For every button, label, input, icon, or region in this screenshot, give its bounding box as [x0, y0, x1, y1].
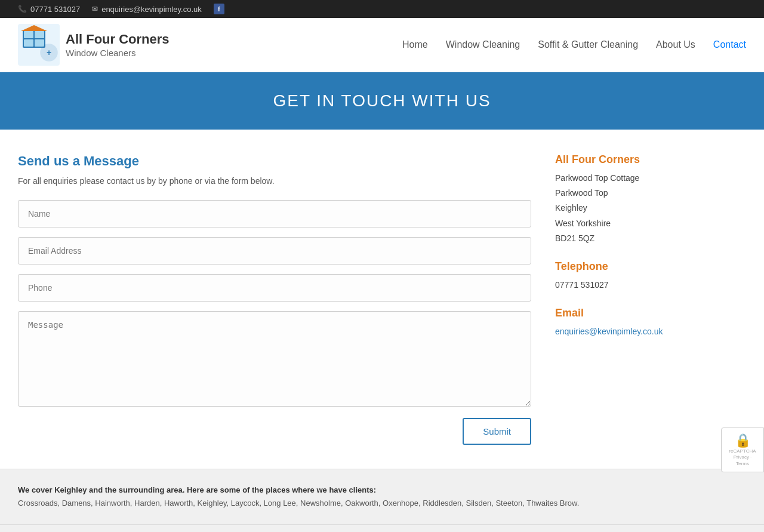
email-address: enquiries@kevinpimley.co.uk: [555, 324, 746, 339]
form-section: Send us a Message For all enquiries plea…: [18, 153, 531, 445]
email-input[interactable]: [18, 237, 531, 265]
svg-rect-3: [35, 31, 44, 38]
logo-text: All Four Corners Window Cleaners: [66, 32, 170, 57]
svg-rect-2: [24, 31, 33, 38]
header: + All Four Corners Window Cleaners Home …: [0, 18, 764, 72]
company-heading: All Four Corners: [555, 153, 746, 166]
svg-rect-5: [35, 39, 44, 47]
coverage-text: We cover Keighley and the surrounding ar…: [18, 484, 746, 510]
email-block: Email enquiries@kevinpimley.co.uk: [555, 307, 746, 339]
telephone-heading: Telephone: [555, 260, 746, 273]
name-field-group: [18, 200, 531, 227]
submit-button[interactable]: Submit: [463, 418, 531, 445]
svg-text:+: +: [47, 48, 51, 57]
main-content: Send us a Message For all enquiries plea…: [0, 130, 764, 469]
email-heading: Email: [555, 307, 746, 319]
top-bar: 07771 531027 enquiries@kevinpimley.co.uk…: [0, 0, 764, 18]
form-heading: Send us a Message: [18, 153, 531, 169]
nav-window-cleaning[interactable]: Window Cleaning: [446, 39, 520, 50]
nav-contact[interactable]: Contact: [713, 39, 746, 50]
footer-coverage: We cover Keighley and the surrounding ar…: [0, 469, 764, 524]
logo-area: + All Four Corners Window Cleaners: [18, 24, 170, 66]
phone-text: 07771 531027: [30, 5, 80, 14]
nav-about-us[interactable]: About Us: [656, 39, 695, 50]
coverage-bold: We cover Keighley and the surrounding ar…: [18, 485, 376, 494]
email-link[interactable]: enquiries@kevinpimley.co.uk: [555, 327, 663, 336]
top-bar-facebook[interactable]: f: [214, 4, 224, 14]
name-input[interactable]: [18, 200, 531, 227]
recaptcha-badge: 🔒 reCAPTCHAPrivacy · Terms: [721, 428, 764, 472]
nav-home[interactable]: Home: [402, 39, 428, 50]
addr-line4: West Yorkshire: [555, 219, 611, 228]
email-field-group: [18, 237, 531, 265]
phone-input[interactable]: [18, 274, 531, 302]
footer-bottom: © All Four Corners (Kevin Pimley) | Web …: [0, 524, 764, 532]
logo-line1: All Four Corners: [66, 32, 170, 47]
nav-soffit-gutter[interactable]: Soffit & Gutter Cleaning: [538, 39, 638, 50]
hero-banner: GET IN TOUCH WITH US: [0, 72, 764, 130]
submit-row: Submit: [18, 418, 531, 445]
main-nav: Home Window Cleaning Soffit & Gutter Cle…: [402, 39, 746, 50]
form-description: For all enquiries please contact us by b…: [18, 176, 531, 186]
logo-icon: +: [18, 24, 60, 66]
top-bar-email[interactable]: enquiries@kevinpimley.co.uk: [92, 5, 202, 14]
info-section: All Four Corners Parkwood Top Cottage Pa…: [555, 153, 746, 445]
message-field-group: [18, 311, 531, 408]
addr-line5: BD21 5QZ: [555, 233, 594, 243]
recaptcha-logo: 🔒: [728, 433, 757, 448]
top-bar-phone: 07771 531027: [18, 5, 80, 14]
phone-field-group: [18, 274, 531, 302]
svg-rect-4: [24, 39, 33, 47]
address-block: All Four Corners Parkwood Top Cottage Pa…: [555, 153, 746, 246]
addr-line1: Parkwood Top Cottage: [555, 173, 639, 183]
coverage-places: Crossroads, Damens, Hainworth, Harden, H…: [18, 499, 579, 508]
facebook-icon[interactable]: f: [214, 4, 224, 14]
hero-title: GET IN TOUCH WITH US: [12, 91, 752, 110]
telephone-block: Telephone 07771 531027: [555, 260, 746, 293]
message-textarea[interactable]: [18, 311, 531, 407]
addr-line3: Keighley: [555, 203, 587, 213]
recaptcha-text: reCAPTCHAPrivacy · Terms: [728, 448, 757, 467]
email-link[interactable]: enquiries@kevinpimley.co.uk: [101, 5, 202, 14]
logo-line2: Window Cleaners: [66, 48, 170, 58]
telephone-number: 07771 531027: [555, 278, 746, 293]
address: Parkwood Top Cottage Parkwood Top Keighl…: [555, 171, 746, 246]
addr-line2: Parkwood Top: [555, 188, 608, 198]
